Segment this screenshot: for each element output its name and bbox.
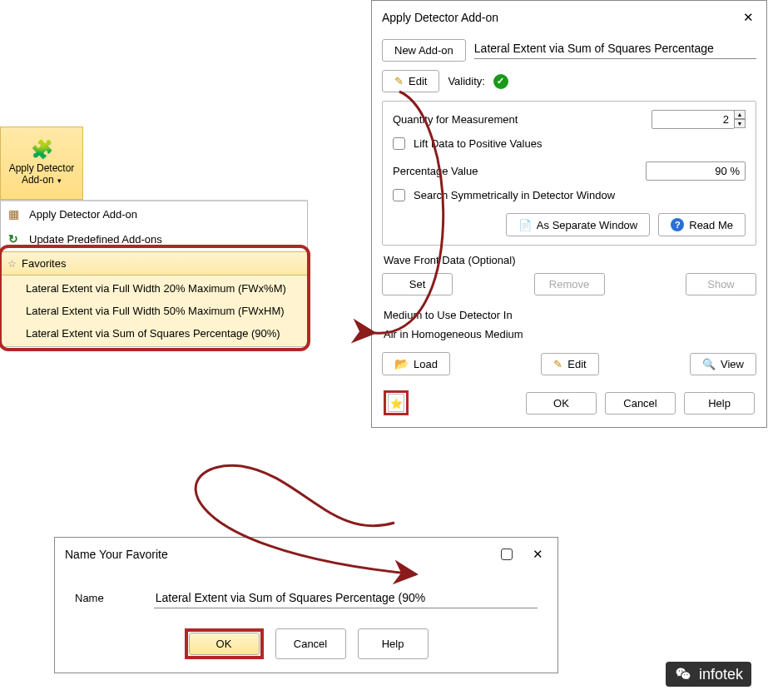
menu-item-label: Update Predefined Add-ons xyxy=(29,233,162,246)
help-button[interactable]: Help xyxy=(684,392,755,415)
menu-item-label: Apply Detector Add-on xyxy=(29,208,137,221)
new-addon-button[interactable]: New Add-on xyxy=(382,39,466,62)
wechat-icon xyxy=(674,665,692,683)
grid-icon xyxy=(6,206,21,221)
edit-medium-button[interactable]: Edit xyxy=(541,353,598,375)
pencil-icon xyxy=(394,75,404,87)
addon-dropdown-menu: Apply Detector Add-on Update Predefined … xyxy=(0,200,308,347)
document-icon xyxy=(518,219,532,231)
medium-title: Medium to Use Detector In xyxy=(384,309,756,321)
validity-ok-icon: ✓ xyxy=(493,74,508,89)
menu-item-apply-addon[interactable]: Apply Detector Add-on xyxy=(1,201,307,226)
star-icon xyxy=(390,396,403,410)
annotation-highlight-box xyxy=(384,390,409,415)
star-icon xyxy=(7,257,17,270)
watermark: infotek xyxy=(666,662,751,687)
favorites-label: Favorites xyxy=(22,257,66,270)
favorite-item[interactable]: Lateral Extent via Full Width 50% Maximu… xyxy=(1,300,307,322)
search-symmetric-label: Search Symmetrically in Detector Window xyxy=(414,189,615,201)
annotation-highlight-box: OK xyxy=(185,628,264,659)
ok-button[interactable]: OK xyxy=(526,392,597,415)
edit-button[interactable]: Edit xyxy=(382,70,439,92)
name-label: Name xyxy=(75,592,104,604)
measurement-section: Quantity for Measurement ▲▼ Lift Data to… xyxy=(382,101,756,246)
cancel-button[interactable]: Cancel xyxy=(605,392,676,415)
wavefront-title: Wave Front Data (Optional) xyxy=(384,254,756,266)
show-button: Show xyxy=(686,273,756,295)
favorite-item-selected[interactable]: Lateral Extent via Sum of Squares Percen… xyxy=(1,322,307,345)
folder-icon xyxy=(394,357,409,370)
ok-button[interactable]: OK xyxy=(189,633,260,655)
apply-detector-addon-dialog: Apply Detector Add-on ✕ New Add-on Later… xyxy=(371,0,767,428)
addon-name-field[interactable]: Lateral Extent via Sum of Squares Percen… xyxy=(474,42,756,59)
medium-value: Air in Homogeneous Medium xyxy=(384,328,756,340)
dialog-titlebar: Apply Detector Add-on ✕ xyxy=(372,1,766,32)
ribbon-label: Apply Detector Add-on ▾ xyxy=(9,162,75,186)
set-button[interactable]: Set xyxy=(382,273,453,295)
help-icon xyxy=(671,218,684,231)
pencil-icon xyxy=(553,358,562,370)
addon-icon: 🧩 xyxy=(31,141,53,159)
load-button[interactable]: Load xyxy=(382,352,450,375)
read-me-button[interactable]: Read Me xyxy=(658,213,746,236)
percentage-label: Percentage Value xyxy=(393,165,478,177)
quantity-spinner[interactable]: ▲▼ xyxy=(734,110,746,129)
favorites-header: Favorites xyxy=(1,251,307,276)
as-separate-window-button[interactable]: As Separate Window xyxy=(506,213,650,236)
magnifier-icon xyxy=(702,358,716,370)
lift-data-label: Lift Data to Positive Values xyxy=(414,137,542,150)
view-button[interactable]: View xyxy=(690,353,756,375)
favorite-item[interactable]: Lateral Extent via Full Width 20% Maximu… xyxy=(1,277,307,300)
close-button[interactable]: ✕ xyxy=(738,7,758,27)
watermark-text: infotek xyxy=(699,666,743,683)
apply-detector-addon-ribbon-button[interactable]: 🧩 Apply Detector Add-on ▾ xyxy=(0,127,83,200)
close-button[interactable]: ✕ xyxy=(528,544,548,564)
maximize-button[interactable] xyxy=(501,549,513,560)
add-to-favorites-button[interactable] xyxy=(388,394,404,412)
name-your-favorite-dialog: Name Your Favorite ✕ Name OK Cancel Help xyxy=(54,537,558,673)
favorite-name-input[interactable] xyxy=(154,588,538,608)
favorites-list: Lateral Extent via Full Width 20% Maximu… xyxy=(1,276,307,346)
dropdown-arrow-icon: ▾ xyxy=(56,176,62,185)
help-button[interactable]: Help xyxy=(358,628,429,659)
validity-label: Validity: xyxy=(448,75,485,87)
cancel-button[interactable]: Cancel xyxy=(275,628,346,659)
lift-data-checkbox[interactable] xyxy=(393,137,405,150)
menu-item-update-addons[interactable]: Update Predefined Add-ons xyxy=(1,226,307,251)
percentage-input[interactable] xyxy=(646,161,746,181)
remove-button: Remove xyxy=(534,273,605,295)
dialog-title: Apply Detector Add-on xyxy=(382,11,498,24)
quantity-label: Quantity for Measurement xyxy=(393,113,518,126)
search-symmetric-checkbox[interactable] xyxy=(393,189,405,201)
dialog-title: Name Your Favorite xyxy=(65,548,168,561)
quantity-input[interactable] xyxy=(652,110,735,129)
refresh-icon xyxy=(6,231,21,246)
